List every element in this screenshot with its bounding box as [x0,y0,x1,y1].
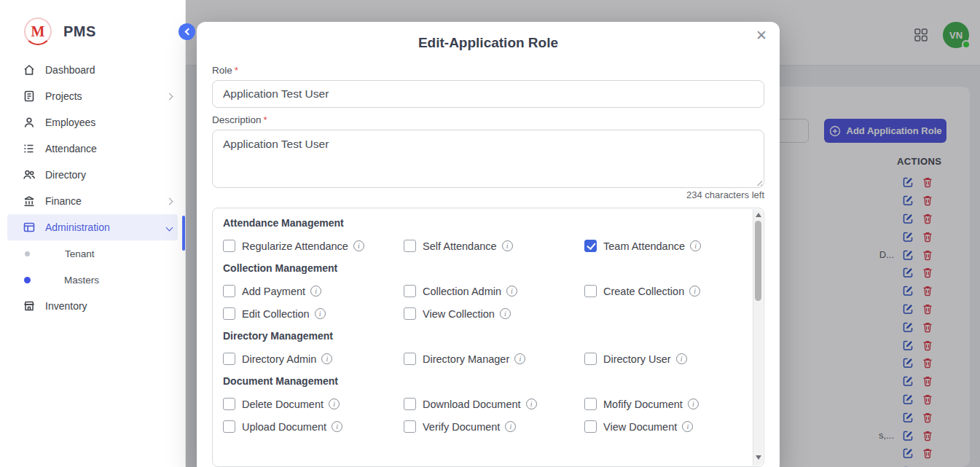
scrollbar[interactable] [753,209,763,466]
sidebar-item-label: Employees [45,117,95,128]
checkbox[interactable] [223,307,235,320]
info-icon[interactable] [321,353,332,364]
checkbox[interactable] [404,240,416,252]
permission-directory-user: Directory User [584,353,740,365]
app-root: Add Application Role ACTIONS D...s,... V… [0,0,980,467]
info-icon[interactable] [329,399,340,409]
permission-group-attendance: Attendance Management Regularize Attenda… [223,217,740,252]
sidebar-collapse-button[interactable] [179,23,195,40]
checkbox[interactable] [223,398,235,410]
sidebar: M PMS Dashboard Projects Employees Atten… [0,0,186,467]
permissions-scroll-area: Attendance Management Regularize Attenda… [223,217,740,466]
info-icon[interactable] [506,286,517,297]
permission-row: Upload Document Verify Document View Doc… [223,420,740,433]
permission-label: Mofify Document [603,399,683,410]
logo-letter: M [31,23,45,40]
checkbox[interactable] [584,353,597,365]
permission-label: Delete Document [242,399,324,410]
modal-title: Edit-Application Role [197,35,780,51]
permission-row: Add Payment Collection Admin Create Coll… [223,285,740,297]
info-icon[interactable] [315,308,326,319]
sidebar-item-attendance[interactable]: Attendance [0,136,185,162]
bullet-active-icon [24,277,31,283]
sidebar-item-employees[interactable]: Employees [0,109,185,136]
info-icon[interactable] [505,421,516,432]
scrollbar-thumb[interactable] [755,221,761,301]
edit-application-role-modal: Edit-Application Role ✕ Role* Descriptio… [197,22,780,467]
checkbox[interactable] [584,285,597,297]
description-field-wrap: Application Test User [212,130,764,188]
projects-icon [23,90,36,103]
checkbox[interactable] [404,307,416,320]
permission-collection-admin: Collection Admin [404,285,584,297]
checkbox[interactable] [223,285,235,297]
permission-label: Download Document [423,399,521,410]
permission-delete-document: Delete Document [223,398,404,410]
sidebar-subitem-masters[interactable]: Masters [0,267,185,293]
permission-directory-manager: Directory Manager [404,353,584,365]
info-icon[interactable] [682,421,693,432]
permission-directory-admin: Directory Admin [223,353,404,365]
permission-label: Create Collection [603,286,684,297]
permission-label: Directory Manager [423,353,509,365]
permission-download-document: Download Document [404,398,584,410]
required-asterisk: * [235,65,238,76]
scrollbar-up-arrow-icon[interactable] [756,213,761,217]
permission-row: Directory Admin Directory Manager Direct… [223,353,740,365]
checkbox[interactable] [584,398,597,410]
sidebar-subitem-tenant[interactable]: Tenant [0,240,185,267]
brand: M PMS [0,0,185,57]
sidebar-item-dashboard[interactable]: Dashboard [0,57,185,83]
list-icon [23,142,36,155]
permission-view-collection: View Collection [404,307,584,320]
info-icon[interactable] [688,399,699,409]
checkbox[interactable] [584,420,597,433]
close-icon[interactable]: ✕ [753,28,769,44]
sidebar-item-finance[interactable]: Finance [0,188,185,214]
store-icon [23,299,36,313]
checkbox[interactable] [404,398,416,410]
sidebar-item-label: Finance [45,195,82,207]
checkbox[interactable] [584,240,597,252]
checkbox[interactable] [223,353,235,365]
sidebar-item-directory[interactable]: Directory [0,162,185,188]
permission-mofify-document: Mofify Document [584,398,740,410]
sidebar-item-projects[interactable]: Projects [0,83,185,109]
info-icon[interactable] [689,286,700,297]
sidebar-item-label: Inventory [45,300,87,312]
app-logo: M [24,17,52,45]
info-icon[interactable] [332,421,342,432]
checkbox[interactable] [223,240,235,252]
description-textarea[interactable]: Application Test User [212,130,764,188]
info-icon[interactable] [526,399,537,409]
checkbox[interactable] [223,420,235,433]
info-icon[interactable] [676,353,687,364]
person-icon [23,116,36,129]
permission-view-document: View Document [584,420,740,433]
permission-label: Regularize Attendance [242,240,348,252]
sidebar-item-inventory[interactable]: Inventory [0,293,185,319]
permissions-panel: Attendance Management Regularize Attenda… [212,208,764,467]
info-icon[interactable] [514,353,525,364]
checkbox[interactable] [404,420,416,433]
role-input[interactable] [212,80,764,108]
info-icon[interactable] [500,308,511,319]
permission-group-title: Document Management [223,375,740,387]
chevron-right-icon [166,197,173,205]
bullet-icon [25,251,30,256]
info-icon[interactable] [353,240,364,251]
permission-label: Verify Document [423,421,500,433]
info-icon[interactable] [690,240,701,251]
sidebar-subitem-label: Masters [64,275,99,286]
permission-verify-document: Verify Document [404,420,584,433]
info-icon[interactable] [310,286,321,297]
scrollbar-down-arrow-icon[interactable] [756,455,761,460]
sidebar-subitem-label: Tenant [65,248,95,259]
info-icon[interactable] [502,240,513,251]
permission-group-title: Directory Management [223,330,740,342]
checkbox[interactable] [404,285,416,297]
permission-label: Directory User [603,353,671,365]
checkbox[interactable] [404,353,416,365]
sidebar-item-administration[interactable]: Administration [7,214,178,240]
active-item-indicator [182,216,185,251]
